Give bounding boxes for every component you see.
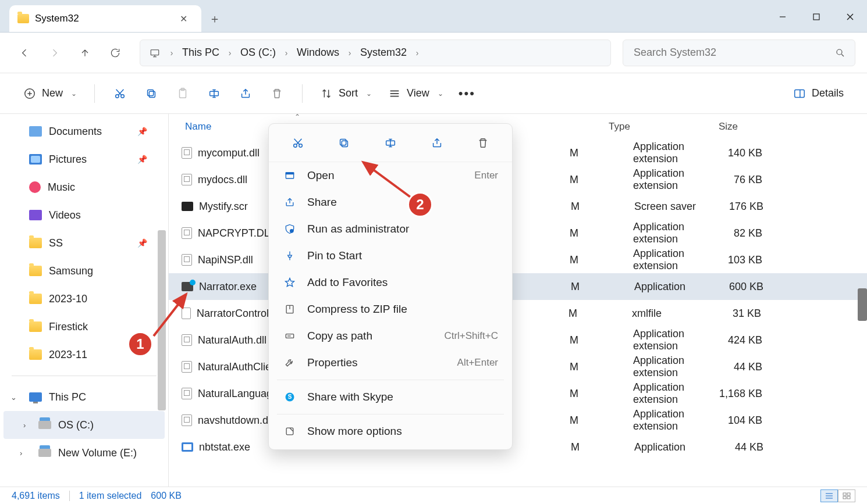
sort-indicator-icon: ⌃ [294, 114, 300, 121]
file-type: Application extension [582, 328, 698, 352]
menu-item-label: Show more options [307, 425, 402, 438]
separator [12, 376, 157, 376]
sidebar-item[interactable]: Samsung [0, 257, 168, 285]
separator [69, 491, 70, 501]
menu-item[interactable]: SShare with Skype [269, 384, 512, 410]
up-button[interactable] [72, 40, 98, 66]
new-button[interactable]: New ⌄ [16, 81, 84, 106]
menu-item[interactable]: Pin to Start [269, 242, 512, 269]
chevron-down-icon: ⌄ [71, 90, 77, 98]
details-view-button[interactable] [820, 489, 838, 502]
crumb-os-c[interactable]: OS (C:) [237, 44, 279, 61]
chevron-right-icon[interactable]: › [20, 449, 22, 457]
menu-item[interactable]: Show more options [269, 418, 512, 445]
more-button[interactable]: ••• [453, 86, 481, 101]
menu-item[interactable]: PropertiesAlt+Enter [269, 349, 512, 376]
sidebar-item-label: Videos [49, 209, 81, 221]
file-scrollbar[interactable] [858, 288, 867, 321]
share-button[interactable] [231, 81, 260, 106]
separator [94, 84, 95, 103]
menu-item[interactable]: Run as administrator [269, 216, 512, 242]
search-input[interactable] [633, 46, 835, 59]
file-date-tail: M [564, 388, 582, 400]
pic-icon [29, 154, 42, 165]
ctx-share-button[interactable] [422, 131, 452, 155]
icons-view-button[interactable] [838, 489, 855, 502]
close-tab-icon[interactable]: ✕ [176, 10, 191, 28]
file-size: 76 KB [698, 174, 768, 186]
chevron-down-icon[interactable]: ⌄ [10, 393, 17, 402]
tree-item-drive[interactable]: ›New Volume (E:) [0, 439, 168, 467]
maximize-button[interactable] [800, 5, 833, 28]
tree-item-drive[interactable]: ›OS (C:) [3, 411, 165, 439]
back-button[interactable] [12, 40, 37, 66]
crumb-this-pc[interactable]: This PC [179, 44, 223, 61]
paste-button[interactable] [168, 81, 197, 106]
tree-label: This PC [49, 391, 86, 403]
chevron-right-icon[interactable]: › [165, 48, 179, 58]
ctx-cut-button[interactable] [283, 131, 313, 155]
column-size[interactable]: Size [674, 121, 744, 133]
sidebar-item[interactable]: 2023-10 [0, 285, 168, 313]
pin-icon: 📌 [137, 238, 147, 248]
ctx-rename-button[interactable] [375, 131, 406, 155]
sidebar-item[interactable]: Documents📌 [0, 117, 168, 145]
sidebar-item-label: Pictures [49, 153, 87, 166]
svg-rect-55 [843, 496, 846, 499]
view-button[interactable]: View ⌄ [381, 81, 450, 106]
column-type[interactable]: Type [557, 121, 674, 133]
tree-item-this-pc[interactable]: ⌄This PC [0, 383, 168, 411]
chevron-down-icon: ⌄ [366, 90, 372, 98]
copy-button[interactable] [137, 81, 166, 106]
chevron-right-icon[interactable]: › [279, 48, 293, 58]
file-type: Application extension [582, 248, 698, 272]
menu-item-label: Pin to Start [307, 249, 362, 262]
crumb-system32[interactable]: System32 [357, 44, 410, 61]
chevron-right-icon[interactable]: › [343, 48, 357, 58]
file-type: Application extension [582, 221, 698, 245]
cut-button[interactable] [105, 81, 134, 106]
file-date-tail: M [566, 441, 583, 453]
file-date-tail: M [564, 334, 582, 346]
toolbar: New ⌄ Sort ⌄ View ⌄ ••• Details [0, 73, 867, 114]
new-tab-button[interactable]: ＋ [201, 5, 228, 32]
details-pane-button[interactable]: Details [786, 81, 851, 106]
close-window-button[interactable] [833, 5, 867, 28]
menu-item[interactable]: Copy as pathCtrl+Shift+C [269, 323, 512, 349]
tab-title: System32 [35, 13, 170, 24]
sidebar-item[interactable]: SS📌 [0, 229, 168, 257]
svg-text:S: S [288, 394, 292, 400]
sidebar-item[interactable]: Videos [0, 201, 168, 229]
menu-item[interactable]: Add to Favorites [269, 269, 512, 296]
chevron-right-icon[interactable]: › [410, 48, 424, 58]
crumb-windows[interactable]: Windows [293, 44, 343, 61]
tab-system32[interactable]: System32 ✕ [9, 5, 201, 32]
file-size: 1,168 KB [698, 388, 768, 400]
minimize-button[interactable] [766, 5, 800, 28]
address-bar[interactable]: › This PC › OS (C:) › Windows › System32… [140, 40, 611, 66]
file-icon [182, 202, 193, 211]
svg-rect-54 [847, 493, 850, 495]
file-type: Application extension [582, 167, 698, 192]
status-selection-size: 600 KB [151, 491, 181, 501]
sidebar-item[interactable]: Pictures📌 [0, 145, 168, 173]
ctx-delete-button[interactable] [468, 131, 498, 155]
search-box[interactable] [623, 40, 855, 66]
chevron-right-icon[interactable]: › [23, 421, 26, 430]
chevron-right-icon[interactable]: › [223, 48, 237, 58]
tree-label: New Volume (E:) [58, 447, 137, 459]
menu-item[interactable]: Compress to ZIP file [269, 296, 512, 323]
sort-button[interactable]: Sort ⌄ [313, 81, 379, 106]
refresh-button[interactable] [102, 40, 128, 66]
rename-button[interactable] [200, 81, 229, 106]
delete-button[interactable] [262, 81, 292, 106]
forward-button[interactable] [42, 40, 67, 66]
file-size: 600 KB [699, 281, 769, 293]
sidebar-item[interactable]: Music [0, 173, 168, 201]
file-type: Application [583, 281, 699, 293]
sidebar-item-label: 2023-10 [49, 293, 87, 305]
separator [302, 84, 303, 103]
status-bar: 4,691 items 1 item selected 600 KB [0, 487, 867, 504]
svg-rect-56 [847, 496, 850, 499]
ctx-copy-button[interactable] [329, 131, 359, 155]
